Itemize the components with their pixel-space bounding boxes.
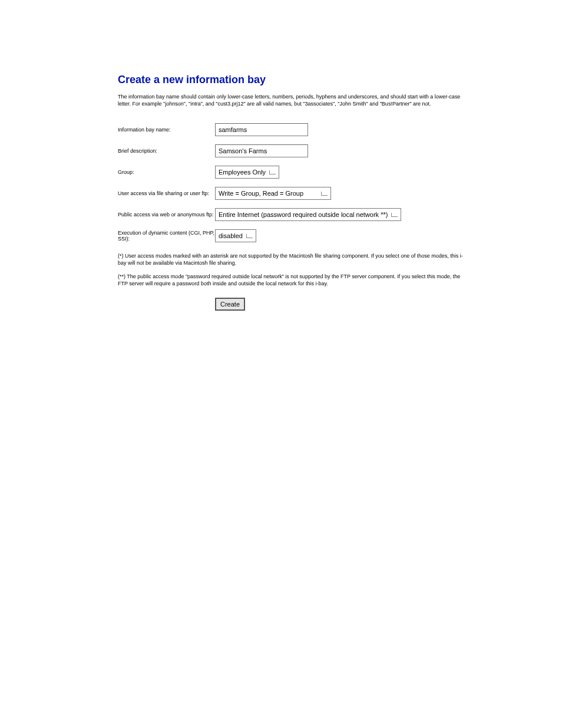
intro-text: The information bay name should contain … (118, 93, 471, 107)
group-select-value: Employees Only (219, 169, 266, 176)
row-public-access: Public access via web or anonymous ftp: … (118, 204, 401, 225)
row-dynamic: Execution of dynamic content (CGI, PHP, … (118, 225, 401, 246)
row-user-access: User access via file sharing or user ftp… (118, 183, 401, 204)
label-public-access: Public access via web or anonymous ftp: (118, 204, 215, 225)
label-dynamic: Execution of dynamic content (CGI, PHP, … (118, 225, 215, 246)
public-access-select-value: Entire Internet (password required outsi… (219, 211, 388, 218)
label-desc: Brief description: (118, 140, 215, 162)
dynamic-content-select[interactable]: disabled (215, 229, 256, 242)
user-access-select-value: Write = Group, Read = Group (219, 190, 303, 197)
footnote-2: (**) The public access mode "password re… (118, 273, 471, 287)
create-button[interactable]: Create (215, 298, 245, 311)
group-select[interactable]: Employees Only (215, 166, 279, 179)
form-table: Information bay name: Brief description:… (118, 119, 401, 246)
dynamic-content-select-value: disabled (219, 232, 243, 239)
label-group: Group: (118, 162, 215, 183)
footnote-1: (*) User access modes marked with an ast… (118, 252, 471, 266)
ibay-name-input[interactable] (215, 123, 308, 136)
row-desc: Brief description: (118, 140, 401, 162)
row-name: Information bay name: (118, 119, 401, 140)
label-user-access: User access via file sharing or user ftp… (118, 183, 215, 204)
public-access-select[interactable]: Entire Internet (password required outsi… (215, 208, 401, 221)
user-access-select[interactable]: Write = Group, Read = Group (215, 187, 331, 200)
label-name: Information bay name: (118, 119, 215, 140)
dropdown-icon (391, 213, 398, 217)
ibay-desc-input[interactable] (215, 144, 308, 157)
row-group: Group: Employees Only (118, 162, 401, 183)
dropdown-icon (269, 170, 276, 174)
page-title: Create a new information bay (118, 74, 562, 86)
dropdown-icon (246, 234, 253, 238)
dropdown-icon (321, 192, 328, 196)
